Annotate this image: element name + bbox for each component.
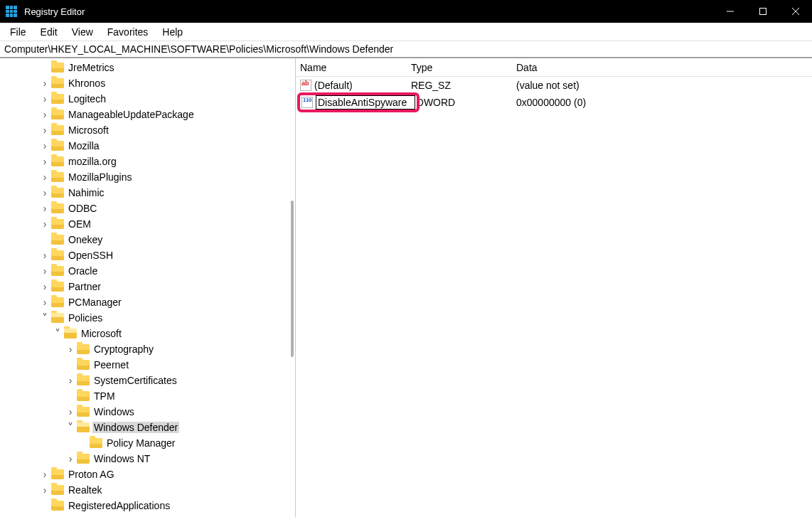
tree-scrollbar[interactable]	[291, 201, 294, 357]
tree-item[interactable]: ›Microsoft	[0, 122, 295, 138]
tree-item[interactable]: ›Partner	[0, 279, 295, 294]
expand-icon[interactable]: ›	[38, 265, 51, 277]
tree-item-label: OEM	[67, 218, 92, 230]
tree-item[interactable]: ›Nahimic	[0, 185, 295, 201]
minimize-button[interactable]	[714, 0, 747, 23]
tree-item-label: RegisteredApplications	[67, 500, 171, 511]
collapse-icon[interactable]: ˅	[64, 421, 77, 435]
collapse-icon[interactable]: ˅	[38, 311, 51, 325]
tree-item[interactable]: >TPM	[0, 388, 295, 404]
expand-icon[interactable]: ›	[38, 78, 51, 89]
svg-rect-1	[760, 9, 766, 15]
folder-icon	[51, 203, 64, 213]
expand-icon[interactable]: ›	[38, 156, 51, 167]
menu-file[interactable]: File	[3, 25, 33, 39]
collapse-icon[interactable]: ˅	[51, 327, 64, 341]
string-value-icon	[300, 80, 311, 91]
expand-icon[interactable]: ›	[38, 218, 51, 230]
tree-item[interactable]: ›OEM	[0, 216, 295, 232]
tree-item[interactable]: ˅Windows Defender	[0, 420, 295, 435]
folder-icon	[77, 454, 90, 464]
tree-item[interactable]: ›Windows	[0, 404, 295, 420]
expand-icon[interactable]: ›	[64, 453, 77, 464]
value-data: 0x00000000 (0)	[512, 97, 812, 108]
registry-tree[interactable]: >JreMetrics›Khronos›Logitech›ManageableU…	[0, 58, 295, 513]
tree-item[interactable]: ›ManageableUpdatePackage	[0, 107, 295, 122]
expand-icon[interactable]: ›	[38, 484, 51, 496]
dword-value-icon	[301, 97, 313, 108]
expand-icon[interactable]: ›	[64, 375, 77, 386]
menu-view[interactable]: View	[65, 25, 100, 39]
expand-icon[interactable]: ›	[38, 124, 51, 136]
expand-icon[interactable]: ›	[38, 469, 51, 480]
tree-item[interactable]: >JreMetrics	[0, 60, 295, 75]
tree-item[interactable]: >RegisteredApplications	[0, 498, 295, 513]
value-name-input[interactable]	[316, 95, 415, 110]
folder-icon	[77, 344, 90, 354]
tree-item[interactable]: ›Cryptography	[0, 341, 295, 357]
folder-icon	[51, 188, 64, 198]
expand-icon[interactable]: ›	[64, 343, 77, 355]
tree-item[interactable]: >Onekey	[0, 232, 295, 247]
window-controls	[714, 0, 812, 23]
tree-item[interactable]: ›OpenSSH	[0, 247, 295, 263]
tree-item[interactable]: ˅Policies	[0, 310, 295, 326]
tree-item[interactable]: ›ODBC	[0, 201, 295, 216]
value-row[interactable]: (Default) REG_SZ (value not set)	[296, 77, 812, 94]
titlebar[interactable]: Registry Editor	[0, 0, 812, 23]
tree-item[interactable]: ›Logitech	[0, 91, 295, 107]
expand-icon[interactable]: ›	[38, 203, 51, 214]
tree-item[interactable]: ›Khronos	[0, 75, 295, 91]
value-type: _DWORD	[407, 97, 512, 108]
tree-item-label: ManageableUpdatePackage	[67, 109, 196, 120]
tree-item-label: Peernet	[92, 359, 130, 371]
expand-icon[interactable]: ›	[38, 93, 51, 105]
tree-item-label: JreMetrics	[67, 62, 116, 73]
tree-item-label: Partner	[67, 281, 102, 292]
close-icon	[792, 8, 799, 15]
tree-item[interactable]: ›Realtek	[0, 482, 295, 498]
tree-item[interactable]: ›SystemCertificates	[0, 373, 295, 388]
column-header-name[interactable]: Name	[296, 62, 407, 73]
tree-item[interactable]: ›MozillaPlugins	[0, 169, 295, 185]
value-row[interactable]: _DWORD 0x00000000 (0)	[296, 94, 812, 111]
folder-icon	[90, 438, 102, 448]
tree-item[interactable]: >Policy Manager	[0, 435, 295, 451]
address-bar[interactable]: Computer\HKEY_LOCAL_MACHINE\SOFTWARE\Pol…	[0, 41, 812, 58]
maximize-icon	[759, 8, 766, 15]
maximize-button[interactable]	[747, 0, 779, 23]
tree-item-label: Microsoft	[80, 328, 123, 339]
tree-item[interactable]: ›Oracle	[0, 263, 295, 279]
column-header-type[interactable]: Type	[407, 62, 512, 73]
tree-item[interactable]: ›PCManager	[0, 294, 295, 310]
folder-icon	[51, 156, 64, 166]
close-button[interactable]	[779, 0, 812, 23]
tree-item-label: Onekey	[67, 234, 104, 245]
value-data: (value not set)	[512, 80, 812, 91]
expand-icon[interactable]: ›	[38, 187, 51, 198]
expand-icon[interactable]: ›	[38, 281, 51, 292]
expand-icon[interactable]: ›	[38, 140, 51, 151]
tree-item[interactable]: ›Proton AG	[0, 467, 295, 482]
tree-item[interactable]: >Peernet	[0, 357, 295, 373]
column-header-data[interactable]: Data	[512, 62, 812, 73]
tree-item[interactable]: ›Windows NT	[0, 451, 295, 467]
expand-icon[interactable]: ›	[38, 171, 51, 183]
expand-icon[interactable]: ›	[38, 250, 51, 261]
main-split: >JreMetrics›Khronos›Logitech›ManageableU…	[0, 58, 812, 517]
expand-icon[interactable]: ›	[38, 109, 51, 120]
tree-item[interactable]: ›Mozilla	[0, 138, 295, 154]
expand-icon[interactable]: ›	[64, 406, 77, 417]
tree-item[interactable]: ˅Microsoft	[0, 326, 295, 341]
tree-item[interactable]: ›mozilla.org	[0, 154, 295, 169]
tree-item-label: Windows Defender	[92, 422, 179, 433]
folder-icon	[77, 407, 90, 417]
tree-item-label: ODBC	[67, 203, 98, 214]
menu-help[interactable]: Help	[155, 25, 190, 39]
expand-icon[interactable]: ›	[38, 297, 51, 308]
menu-favorites[interactable]: Favorites	[100, 25, 156, 39]
tree-item-label: Proton AG	[67, 469, 116, 480]
menu-edit[interactable]: Edit	[33, 25, 65, 39]
tree-item-label: OpenSSH	[67, 250, 114, 261]
folder-icon	[77, 360, 90, 370]
